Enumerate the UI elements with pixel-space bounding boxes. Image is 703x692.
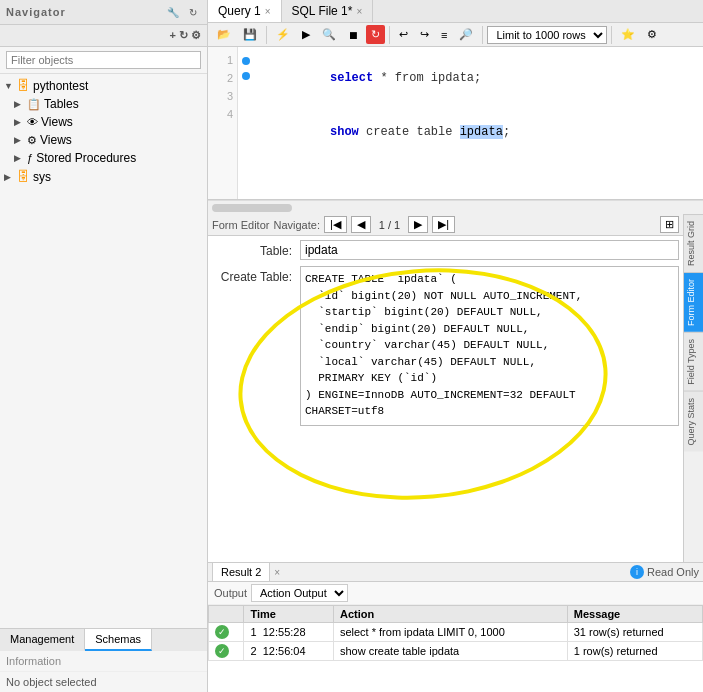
nav-prev-btn[interactable]: ◀ — [351, 216, 371, 233]
output-dropdown[interactable]: Action Output — [251, 584, 348, 602]
sql-editor: 1 2 3 4 select * from ipdata; show creat… — [208, 47, 703, 200]
redo-btn[interactable]: ↪ — [415, 25, 434, 44]
schema-label: pythontest — [33, 79, 88, 93]
output-table: Time Action Message ✓ 1 12:55:28 select … — [208, 605, 703, 661]
folder-icon: 📋 — [27, 98, 41, 111]
side-tab-field-types[interactable]: Field Types — [684, 332, 703, 391]
navigate-label: Navigate: — [273, 219, 319, 231]
right-side-tabs: Result Grid Form Editor Field Types Quer… — [683, 214, 703, 562]
sql-text-3: ; — [503, 125, 510, 139]
result-row-2[interactable]: ✓ 2 12:56:04 show create table ipdata 1 … — [209, 642, 703, 661]
tree-item-views[interactable]: ▶ 👁 Views — [0, 113, 207, 131]
output-label: Output — [214, 587, 247, 599]
star-btn[interactable]: ⭐ — [616, 25, 640, 44]
tab-schemas[interactable]: Schemas — [85, 629, 152, 651]
tree-item-pythontest[interactable]: ▼ 🗄 pythontest — [0, 76, 207, 95]
table-label: Table: — [212, 240, 292, 258]
sys-label: sys — [33, 170, 51, 184]
query-tab-1[interactable]: Query 1 × — [208, 0, 282, 22]
schemas-header: + ↻ ⚙ — [0, 25, 207, 47]
tree-item-functions[interactable]: ▶ ƒ Stored Procedures — [0, 149, 207, 167]
schema-icon: 🗄 — [17, 78, 30, 93]
nav-next-btn[interactable]: ▶ — [408, 216, 428, 233]
read-only-label: Read Only — [647, 566, 699, 578]
open-file-btn[interactable]: 📂 — [212, 25, 236, 44]
tree-item-stored-procedures[interactable]: ▶ ⚙ Views — [0, 131, 207, 149]
col-action: Action — [333, 606, 567, 623]
side-tab-result-grid[interactable]: Result Grid — [684, 214, 703, 272]
tree-item-tables[interactable]: ▶ 📋 Tables — [0, 95, 207, 113]
side-tab-form-editor[interactable]: Form Editor — [684, 272, 703, 332]
result-row-1[interactable]: ✓ 1 12:55:28 select * from ipdata LIMIT … — [209, 623, 703, 642]
table-input[interactable] — [300, 240, 679, 260]
explain-btn[interactable]: 🔍 — [317, 25, 341, 44]
query-tab-1-label: Query 1 — [218, 4, 261, 18]
separator — [389, 26, 390, 44]
tab-row: Management Schemas — [0, 629, 207, 651]
schema-tree: ▼ 🗄 pythontest ▶ 📋 Tables ▶ 👁 Views ▶ ⚙ … — [0, 74, 207, 628]
nav-first-btn[interactable]: |◀ — [324, 216, 347, 233]
line-num-4: 4 — [223, 105, 237, 123]
output-header: Output Action Output — [208, 582, 703, 605]
filter-box — [0, 47, 207, 74]
sql-tab-1[interactable]: SQL File 1* × — [282, 0, 374, 22]
tree-item-sys[interactable]: ▶ 🗄 sys — [0, 167, 207, 186]
sql-tab-1-close[interactable]: × — [356, 6, 362, 17]
result-tab-close[interactable]: × — [274, 567, 280, 578]
scroll-thumb[interactable] — [212, 204, 292, 212]
sql-highlighted: ipdata — [460, 125, 503, 139]
filter-input[interactable] — [6, 51, 201, 69]
bottom-tabs: Management Schemas Information No object… — [0, 628, 207, 692]
stop-btn[interactable]: ⏹ — [343, 26, 364, 44]
row-1-status: ✓ — [209, 623, 244, 642]
sql-content[interactable]: select * from ipdata; show create table … — [254, 47, 703, 199]
information-label: Information — [6, 655, 61, 667]
sql-line-4 — [258, 177, 699, 195]
table-field-row: Table: — [212, 240, 679, 260]
result-tab-bar: Result 2 × i Read Only — [208, 563, 703, 582]
col-time: Time — [244, 606, 333, 623]
arrow-icon: ▼ — [4, 81, 14, 91]
result-tab-2[interactable]: Result 2 — [212, 562, 270, 581]
create-table-input-wrapper: CREATE TABLE `ipdata` ( `id` bigint(20) … — [300, 266, 679, 429]
add-schema-icon[interactable]: + — [170, 29, 176, 42]
table-input-wrapper — [300, 240, 679, 260]
tab-management[interactable]: Management — [0, 629, 85, 651]
wrench-icon[interactable]: 🔧 — [165, 4, 181, 20]
row-2-status: ✓ — [209, 642, 244, 661]
horizontal-scrollbar[interactable] — [208, 200, 703, 214]
undo-btn[interactable]: ↩ — [394, 25, 413, 44]
functions-icon: ƒ — [27, 152, 33, 164]
sql-line-3 — [258, 159, 699, 177]
maximize-btn[interactable]: ⊞ — [660, 216, 679, 233]
save-btn[interactable]: 💾 — [238, 25, 262, 44]
form-editor-wrapper: Form Editor Navigate: |◀ ◀ 1 / 1 ▶ ▶| ⊞ … — [208, 214, 683, 562]
format-btn[interactable]: ≡ — [436, 26, 452, 44]
arrow-icon: ▶ — [14, 117, 24, 127]
tables-label: Tables — [44, 97, 79, 111]
query-tab-1-close[interactable]: × — [265, 6, 271, 17]
col-status — [209, 606, 244, 623]
nav-last-btn[interactable]: ▶| — [432, 216, 455, 233]
refresh-icon[interactable]: ↻ — [185, 4, 201, 20]
create-table-textarea[interactable]: CREATE TABLE `ipdata` ( `id` bigint(20) … — [300, 266, 679, 426]
arrow-icon: ▶ — [14, 135, 24, 145]
schema-settings-icon[interactable]: ⚙ — [191, 29, 201, 42]
find-btn[interactable]: 🔎 — [454, 25, 478, 44]
side-tab-query-stats[interactable]: Query Stats — [684, 391, 703, 452]
reload-schema-icon[interactable]: ↻ — [179, 29, 188, 42]
sql-text-2: create table — [359, 125, 460, 139]
execute-btn[interactable]: ⚡ — [271, 25, 295, 44]
refresh-btn[interactable]: ↻ — [366, 25, 385, 44]
result-scroll[interactable]: Time Action Message ✓ 1 12:55:28 select … — [208, 605, 703, 692]
limit-select[interactable]: Limit to 1000 rows — [487, 26, 607, 44]
views-label: Views — [41, 115, 73, 129]
left-panel: Navigator 🔧 ↻ + ↻ ⚙ ▼ 🗄 pythontest — [0, 0, 208, 692]
settings-btn[interactable]: ⚙ — [642, 25, 662, 44]
procedures-icon: ⚙ — [27, 134, 37, 147]
execute-selection-btn[interactable]: ▶ — [297, 25, 315, 44]
navigator-header: Navigator 🔧 ↻ — [0, 0, 207, 25]
row-2-message: 1 row(s) returned — [567, 642, 702, 661]
no-object-label: No object selected — [0, 672, 207, 692]
line-numbers: 1 2 3 4 — [208, 47, 238, 199]
